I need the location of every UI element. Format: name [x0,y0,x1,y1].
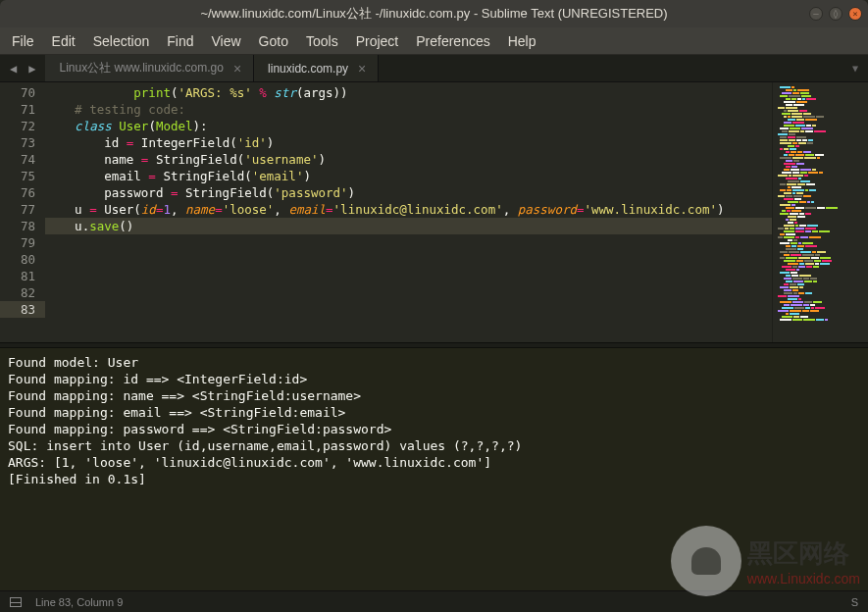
tab-prev-icon[interactable]: ◀ [6,60,21,77]
tab-overflow[interactable]: ▼ [842,55,868,81]
editor[interactable]: 7071727374757677787980818283 print('ARGS… [0,82,868,342]
status-spaces[interactable]: S [851,596,858,608]
menubar: File Edit Selection Find View Goto Tools… [0,27,868,55]
menu-selection[interactable]: Selection [93,33,150,49]
titlebar: ~/www.linuxidc.com/Linux公社 -/linuxidc.co… [0,0,868,27]
code-area[interactable]: print('ARGS: %s' % str(args)) # testing … [45,82,772,342]
window-controls: – ◊ × [809,7,862,21]
menu-find[interactable]: Find [167,33,193,49]
output-panel[interactable]: Found model: User Found mapping: id ==> … [0,348,868,590]
menu-edit[interactable]: Edit [52,33,76,49]
cursor-position[interactable]: Line 83, Column 9 [35,596,123,608]
menu-goto[interactable]: Goto [259,33,288,49]
close-button[interactable]: × [848,7,862,21]
menu-preferences[interactable]: Preferences [416,33,489,49]
maximize-button[interactable]: ◊ [829,7,842,21]
menu-file[interactable]: File [12,33,34,49]
minimize-button[interactable]: – [809,7,823,21]
minimap[interactable] [772,82,868,342]
menu-view[interactable]: View [212,33,241,49]
line-gutter: 7071727374757677787980818283 [0,82,45,342]
close-icon[interactable]: × [233,61,241,76]
chevron-down-icon: ▼ [852,63,858,74]
statusbar: Line 83, Column 9 S [0,590,868,612]
tabbar: ◀ ▶ Linux公社 www.linuxidc.com.go × linuxi… [0,55,868,82]
close-icon[interactable]: × [358,61,366,76]
tab-nav: ◀ ▶ [0,55,45,81]
menu-help[interactable]: Help [508,33,536,49]
tab-label: Linux公社 www.linuxidc.com.go [59,60,223,76]
tab-active[interactable]: linuxidc.com.py × [254,55,379,81]
tab-label: linuxidc.com.py [268,62,348,76]
menu-project[interactable]: Project [356,33,399,49]
menu-tools[interactable]: Tools [306,33,338,49]
tab-next-icon[interactable]: ▶ [25,60,39,77]
panel-toggle-icon[interactable] [10,597,22,607]
window-title: ~/www.linuxidc.com/Linux公社 -/linuxidc.co… [200,5,667,23]
tab-inactive[interactable]: Linux公社 www.linuxidc.com.go × [45,55,254,81]
